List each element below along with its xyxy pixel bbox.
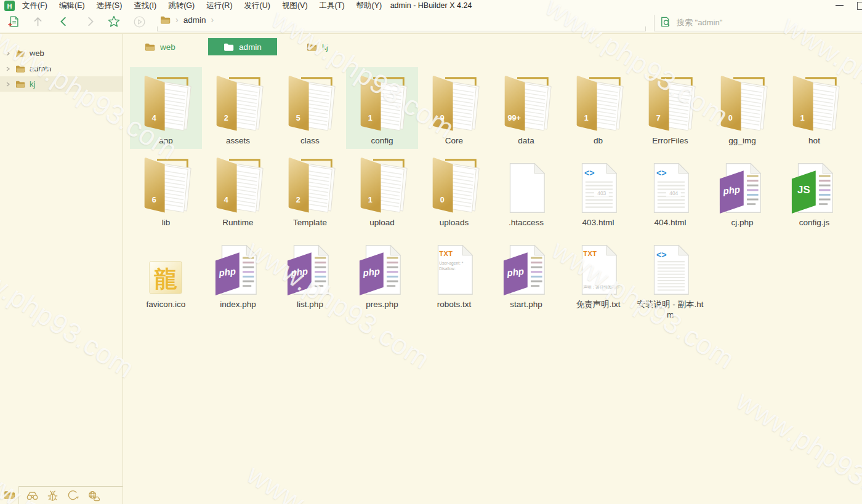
grid-item-config.js[interactable]: JS config.js [778,149,850,231]
grid-item-Runtime[interactable]: 4 Runtime [202,149,274,231]
grid-item-hot[interactable]: 1 hot [778,67,850,149]
grid-item-.htaccess[interactable]: .htaccess [490,149,562,231]
grid-item-uploads[interactable]: 0 uploads [418,149,490,231]
tab-web[interactable]: web [141,38,179,55]
grid-item-Core[interactable]: 9 Core [418,67,490,149]
grid-item-assets[interactable]: 2 assets [202,67,274,149]
tree-item-web[interactable]: web [0,46,123,61]
grid-item-Template[interactable]: 2 Template [274,149,346,231]
folder-tabs: web admin kj [123,38,862,55]
expand-chevron-icon[interactable] [6,82,13,87]
tab-kj[interactable]: kj [303,38,332,55]
file-name-label: 免责声明.txt [576,299,620,310]
grid-item-安装说明 - 副本.htm[interactable]: <> 安装说明 - 副本.htm [634,231,706,320]
grid-item-robots.txt[interactable]: TXTUser-agent: *Disallow: robots.txt [418,231,490,320]
file-name-label: 安装说明 - 副本.htm [637,299,704,320]
chevron-right-icon: › [175,15,179,25]
grid-item-app[interactable]: 4 app [130,67,202,149]
file-name-label: lib [162,217,171,228]
php-icon: php [719,153,767,214]
find-in-files-icon[interactable] [26,489,39,502]
menu-item-3[interactable]: 查找(I) [134,1,156,11]
menu-item-4[interactable]: 跳转(G) [168,1,195,11]
sidebar-statusbar [0,486,123,504]
grid-item-class[interactable]: 5 class [274,67,346,149]
tree-item-admin[interactable]: admin [0,61,123,76]
file-name-label: Core [445,135,463,146]
menu-item-0[interactable]: 文件(F) [22,1,47,11]
svg-text:4: 4 [152,114,156,122]
grid-item-ErrorFiles[interactable]: 7 ErrorFiles [634,67,706,149]
folder-icon: 4 [211,153,265,214]
folder-icon: 1 [787,71,842,132]
sync-icon[interactable] [66,489,79,502]
file-name-label: Runtime [222,217,253,228]
grid-item-403.html[interactable]: <> 403 403.html [562,149,634,231]
grid-item-list.php[interactable]: php list.php [274,231,346,320]
favorite-star-button[interactable] [107,14,121,29]
breadcrumb-path[interactable]: admin [183,15,206,25]
search-box[interactable]: 搜索 "admin" [654,15,862,31]
php-icon: php [286,234,334,295]
menu-item-2[interactable]: 选择(S) [97,1,123,11]
new-file-button[interactable] [6,14,21,29]
folder-icon [160,15,171,25]
forward-button[interactable] [83,14,97,29]
up-button[interactable] [31,14,46,29]
file-name-label: app [159,135,173,146]
project-tree: web admin kj [0,34,123,92]
file-name-label: cj.php [731,217,753,228]
svg-text:<>: <> [584,168,594,178]
grid-item-404.html[interactable]: <> 404 404.html [634,149,706,231]
svg-text:5: 5 [296,114,300,122]
folder-icon: 5 [283,71,337,132]
menu-item-8[interactable]: 工具(T) [320,1,345,11]
grid-item-start.php[interactable]: php start.php [490,231,562,320]
grid-item-upload[interactable]: 1 upload [346,149,418,231]
web-service-icon[interactable] [87,489,100,502]
tree-item-label: web [30,49,44,58]
grid-item-config[interactable]: 1 config [346,67,418,149]
php-icon: php [502,234,550,295]
files-panel-icon[interactable] [0,486,18,504]
search-in-files-icon [659,16,671,30]
menu-item-9[interactable]: 帮助(Y) [356,1,382,11]
minimize-button[interactable] [836,5,844,6]
menu-item-5[interactable]: 运行(R) [206,1,232,11]
grid-item-cj.php[interactable]: php cj.php [706,149,778,231]
menu-item-7[interactable]: 视图(V) [282,1,308,11]
grid-item-pres.php[interactable]: php pres.php [346,231,418,320]
tree-item-kj[interactable]: kj [0,76,123,92]
back-button[interactable] [57,14,71,29]
menu-item-1[interactable]: 编辑(E) [59,1,85,11]
svg-text:6: 6 [152,196,156,204]
grid-item-gg_img[interactable]: 0 gg_img [706,67,778,149]
grid-item-index.php[interactable]: php index.php [202,231,274,320]
file-name-label: robots.txt [437,299,472,310]
folder-icon: 99+ [499,71,554,132]
php-icon: php [358,234,406,295]
debug-icon[interactable] [46,489,59,502]
svg-text:1: 1 [800,114,805,122]
folder-icon: 1 [355,153,409,214]
svg-text:404: 404 [669,190,678,196]
expand-chevron-icon[interactable] [6,51,13,56]
html-icon: <> 403 [574,153,622,214]
maximize-button[interactable] [857,2,862,10]
breadcrumb[interactable]: › admin › [160,15,214,25]
run-button[interactable] [132,14,147,29]
svg-text:User-agent: *: User-agent: * [439,261,463,266]
grid-item-lib[interactable]: 6 lib [130,149,202,231]
expand-chevron-icon[interactable] [6,66,13,71]
menu-item-6[interactable]: 发行(U) [244,1,270,11]
grid-item-免责声明.txt[interactable]: TXT声明：请仔细阅读下 免责声明.txt [562,231,634,320]
grid-item-db[interactable]: 1 db [562,67,634,149]
file-name-label: 404.html [655,217,687,228]
grid-item-data[interactable]: 99+ data [490,67,562,149]
search-placeholder[interactable]: 搜索 "admin" [677,17,722,28]
grid-item-favicon.ico[interactable]: 龍 favicon.ico [130,231,202,320]
file-name-label: start.php [510,299,542,310]
folder-icon [15,80,25,89]
file-grid-row: 4 app 2 assets 5 class 1 config [130,67,850,149]
tab-admin[interactable]: admin [208,38,277,55]
